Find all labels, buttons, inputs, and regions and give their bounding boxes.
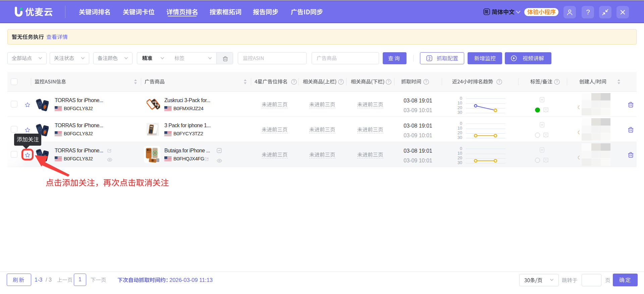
svg-text:?: ? [340, 80, 342, 84]
svg-text:?: ? [556, 80, 558, 84]
svg-text:?: ? [425, 80, 427, 84]
svg-text:?: ? [293, 80, 295, 84]
svg-text:?: ? [498, 80, 500, 84]
svg-text:?: ? [387, 80, 389, 84]
